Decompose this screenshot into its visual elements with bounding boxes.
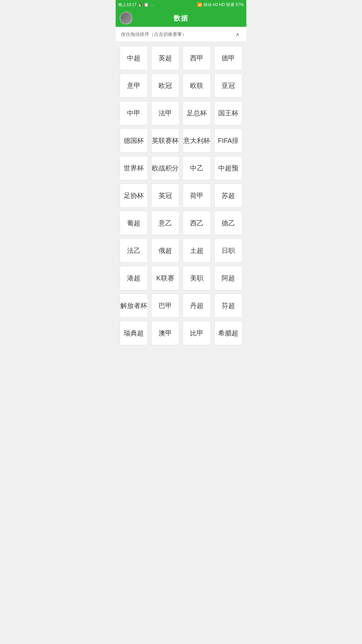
league-item-label: 中超预	[218, 164, 238, 173]
header: 数据	[116, 9, 246, 27]
league-item[interactable]: 意甲	[120, 73, 148, 98]
league-item[interactable]: 足协杯	[120, 183, 148, 208]
collapse-button[interactable]: ∧	[234, 31, 241, 38]
status-carrier: 联通	[226, 2, 234, 8]
league-item-label: 足协杯	[124, 191, 144, 200]
league-item[interactable]: 港超	[120, 266, 148, 290]
league-item-label: 荷甲	[190, 191, 203, 200]
league-item-label: 比甲	[190, 329, 203, 338]
league-item-label: 港超	[127, 274, 140, 283]
league-item[interactable]: 世界杯	[120, 156, 148, 180]
league-item-label: 解放者杯	[120, 301, 147, 310]
avatar[interactable]	[120, 12, 132, 24]
league-item-label: 英冠	[159, 191, 172, 200]
league-item-label: 美职	[190, 274, 203, 283]
status-time: 晚上10:17	[118, 2, 136, 8]
league-grid: 中超英超西甲德甲意甲欧冠欧联亚冠中甲法甲足总杯国王杯德国杯英联赛杯意大利杯FIF…	[116, 42, 246, 349]
league-item[interactable]: FIFA排	[214, 128, 242, 153]
page-title: 数据	[174, 14, 188, 23]
league-item-label: 法乙	[127, 246, 140, 255]
league-item-label: 中超	[127, 54, 140, 63]
league-item-label: 德甲	[222, 54, 235, 63]
league-item-label: 西甲	[190, 54, 203, 63]
league-item[interactable]: 瑞典超	[120, 321, 148, 345]
league-item[interactable]: 葡超	[120, 211, 148, 235]
league-item[interactable]: 中乙	[183, 156, 211, 180]
league-item[interactable]: 澳甲	[151, 321, 179, 345]
league-item[interactable]: 解放者杯	[120, 293, 148, 318]
league-item-label: 欧战积分	[152, 164, 179, 173]
league-item-label: 希腊超	[218, 329, 238, 338]
league-item-label: 中乙	[190, 164, 203, 173]
league-item[interactable]: 法甲	[151, 101, 179, 125]
league-item[interactable]: 苏超	[214, 183, 242, 208]
league-item[interactable]: 德国杯	[120, 128, 148, 153]
league-item-label: 德国杯	[124, 136, 144, 145]
league-item-label: 苏超	[222, 191, 235, 200]
status-bar-right: 📶 移动 4G HD 联通 57%	[197, 2, 244, 8]
league-item[interactable]: 欧冠	[151, 73, 179, 98]
league-item-label: 世界杯	[124, 164, 144, 173]
league-item[interactable]: 欧联	[183, 73, 211, 98]
league-item-label: FIFA排	[218, 136, 239, 145]
league-item[interactable]: 英联赛杯	[151, 128, 179, 153]
league-item[interactable]: K联赛	[151, 266, 179, 290]
league-item[interactable]: 欧战积分	[151, 156, 179, 180]
league-item[interactable]: 中超	[120, 46, 148, 70]
status-bar-left: 晚上10:17 🐧 📋 ...	[118, 2, 154, 8]
league-item-label: 葡超	[127, 219, 140, 228]
league-item-label: 亚冠	[222, 81, 235, 90]
league-item[interactable]: 意乙	[151, 211, 179, 235]
status-icons: 🐧 📋 ...	[138, 2, 154, 7]
toolbar: 按住拖动排序（点击切换赛事） ∧	[116, 27, 246, 42]
league-item[interactable]: 英超	[151, 46, 179, 70]
status-bar: 晚上10:17 🐧 📋 ... 📶 移动 4G HD 联通 57%	[116, 0, 246, 9]
league-item[interactable]: 芬超	[214, 293, 242, 318]
league-item[interactable]: 巴甲	[151, 293, 179, 318]
league-item[interactable]: 西甲	[183, 46, 211, 70]
league-item[interactable]: 希腊超	[214, 321, 242, 345]
league-item[interactable]: 德甲	[214, 46, 242, 70]
league-item[interactable]: 国王杯	[214, 101, 242, 125]
league-item[interactable]: 土超	[183, 238, 211, 263]
league-item-label: 芬超	[222, 301, 235, 310]
league-item-label: 巴甲	[159, 301, 172, 310]
toolbar-main-text: 按住拖动排序（点击切换赛事）	[121, 31, 187, 37]
league-item[interactable]: 西乙	[183, 211, 211, 235]
league-item[interactable]: 法乙	[120, 238, 148, 263]
league-item-label: 俄超	[159, 246, 172, 255]
league-item[interactable]: 阿超	[214, 266, 242, 290]
league-item-label: 瑞典超	[124, 329, 144, 338]
league-item-label: 丹超	[190, 301, 203, 310]
league-item[interactable]: 比甲	[183, 321, 211, 345]
league-item[interactable]: 亚冠	[214, 73, 242, 98]
league-item[interactable]: 中超预	[214, 156, 242, 180]
status-battery: 57%	[236, 2, 244, 7]
league-item[interactable]: 荷甲	[183, 183, 211, 208]
league-item-label: 意大利杯	[183, 136, 210, 145]
status-network-label: 移动 4G HD	[203, 2, 225, 8]
league-item[interactable]: 中甲	[120, 101, 148, 125]
league-item[interactable]: 日职	[214, 238, 242, 263]
league-item-label: 西乙	[190, 219, 203, 228]
league-item[interactable]: 英冠	[151, 183, 179, 208]
league-item[interactable]: 德乙	[214, 211, 242, 235]
toolbar-label: 按住拖动排序（点击切换赛事）	[121, 31, 187, 38]
avatar-image	[120, 12, 132, 24]
league-item-label: 澳甲	[159, 329, 172, 338]
league-item-label: 英联赛杯	[152, 136, 179, 145]
league-item[interactable]: 足总杯	[183, 101, 211, 125]
league-item-label: 土超	[190, 246, 203, 255]
league-item[interactable]: 俄超	[151, 238, 179, 263]
league-item-label: K联赛	[156, 274, 174, 283]
league-item-label: 阿超	[222, 274, 235, 283]
league-item[interactable]: 美职	[183, 266, 211, 290]
league-item[interactable]: 丹超	[183, 293, 211, 318]
league-item-label: 意乙	[159, 219, 172, 228]
league-item[interactable]: 意大利杯	[183, 128, 211, 153]
league-item-label: 德乙	[222, 219, 235, 228]
league-item-label: 足总杯	[187, 109, 207, 118]
league-item-label: 英超	[159, 54, 172, 63]
league-item-label: 日职	[222, 246, 235, 255]
league-item-label: 中甲	[127, 109, 140, 118]
